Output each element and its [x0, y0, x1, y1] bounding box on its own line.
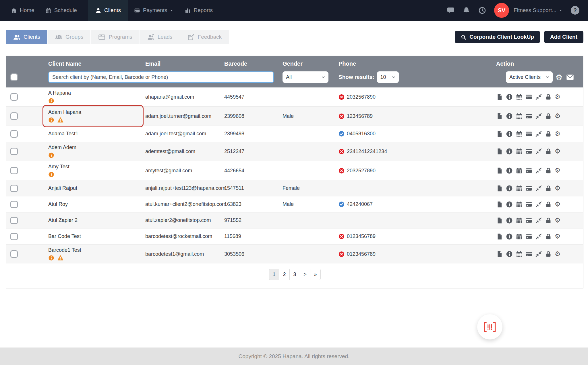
file-icon[interactable] [496, 201, 503, 208]
warning-icon[interactable] [57, 117, 63, 123]
pagination-next[interactable]: > [300, 269, 310, 280]
client-name[interactable]: Atul Zapier 2 [48, 217, 141, 223]
account-menu[interactable]: Fitness Support... [514, 7, 563, 13]
credit-card-icon[interactable] [525, 167, 532, 174]
calendar-icon[interactable] [516, 185, 523, 192]
tab-leads[interactable]: Leads [140, 30, 180, 44]
compress-icon[interactable] [535, 130, 542, 137]
gear-icon[interactable]: ⚙ [555, 148, 562, 155]
credit-card-icon[interactable] [525, 217, 532, 224]
tab-feedback[interactable]: Feedback [180, 30, 229, 44]
info-icon[interactable] [48, 171, 54, 177]
calendar-icon[interactable] [516, 217, 523, 224]
lock-icon[interactable] [545, 217, 552, 224]
info-circle-icon[interactable] [506, 217, 513, 224]
file-icon[interactable] [496, 93, 503, 100]
pagination-page-1[interactable]: 1 [269, 269, 279, 280]
info-circle-icon[interactable] [506, 251, 513, 257]
client-name[interactable]: Adam Hapana [48, 109, 141, 115]
gear-icon[interactable]: ⚙ [555, 130, 562, 137]
activity-clock-icon[interactable] [478, 7, 486, 14]
notifications-bell-icon[interactable] [463, 7, 470, 14]
file-icon[interactable] [496, 148, 503, 155]
email-envelope-icon[interactable] [566, 73, 574, 81]
calendar-icon[interactable] [516, 93, 523, 100]
gear-icon[interactable]: ⚙ [555, 233, 562, 240]
pagination-page-2[interactable]: 2 [279, 269, 290, 280]
compress-icon[interactable] [535, 233, 542, 240]
gear-icon[interactable]: ⚙ [555, 93, 562, 100]
calendar-icon[interactable] [516, 130, 523, 137]
compress-icon[interactable] [535, 185, 542, 192]
gear-icon[interactable]: ⚙ [555, 217, 562, 224]
messages-icon[interactable] [447, 7, 454, 14]
info-circle-icon[interactable] [506, 201, 513, 208]
avatar[interactable]: SV [494, 3, 509, 18]
info-circle-icon[interactable] [506, 233, 513, 240]
info-icon[interactable] [48, 255, 54, 261]
client-name[interactable]: Adama Test1 [48, 131, 141, 137]
gear-icon[interactable]: ⚙ [555, 251, 562, 257]
row-checkbox[interactable] [10, 217, 18, 224]
show-results-select[interactable]: 10 [377, 71, 399, 83]
credit-card-icon[interactable] [525, 148, 532, 155]
compress-icon[interactable] [535, 201, 542, 208]
barcode-scan-fab[interactable] [477, 314, 502, 339]
select-all-checkbox[interactable] [10, 73, 18, 81]
lock-icon[interactable] [545, 113, 552, 120]
credit-card-icon[interactable] [525, 113, 532, 120]
info-circle-icon[interactable] [506, 130, 513, 137]
info-circle-icon[interactable] [506, 93, 513, 100]
warning-icon[interactable] [57, 255, 63, 261]
corporate-client-lookup-button[interactable]: Corporate Client LookUp [455, 31, 540, 43]
search-input[interactable] [48, 71, 274, 83]
row-checkbox[interactable] [10, 130, 18, 138]
row-checkbox[interactable] [10, 93, 18, 101]
nav-item-clients[interactable]: Clients [88, 0, 128, 21]
info-icon[interactable] [48, 98, 54, 104]
lock-icon[interactable] [545, 185, 552, 192]
lock-icon[interactable] [545, 201, 552, 208]
tab-programs[interactable]: Programs [91, 30, 139, 44]
calendar-icon[interactable] [516, 251, 523, 257]
lock-icon[interactable] [545, 233, 552, 240]
credit-card-icon[interactable] [525, 130, 532, 137]
calendar-icon[interactable] [516, 148, 523, 155]
file-icon[interactable] [496, 130, 503, 137]
client-name[interactable]: Amy Test [48, 164, 141, 170]
compress-icon[interactable] [535, 251, 542, 257]
lock-icon[interactable] [545, 251, 552, 257]
file-icon[interactable] [496, 217, 503, 224]
calendar-icon[interactable] [516, 233, 523, 240]
compress-icon[interactable] [535, 148, 542, 155]
row-checkbox[interactable] [10, 185, 18, 192]
file-icon[interactable] [496, 167, 503, 174]
info-icon[interactable] [48, 117, 54, 123]
info-circle-icon[interactable] [506, 113, 513, 120]
client-status-select[interactable]: Active Clients [506, 71, 553, 83]
row-checkbox[interactable] [10, 167, 18, 174]
compress-icon[interactable] [535, 167, 542, 174]
info-circle-icon[interactable] [506, 185, 513, 192]
pagination-page-3[interactable]: 3 [289, 269, 300, 280]
lock-icon[interactable] [545, 93, 552, 100]
settings-gear-icon[interactable]: ⚙ [556, 73, 563, 81]
file-icon[interactable] [496, 185, 503, 192]
compress-icon[interactable] [535, 113, 542, 120]
client-name[interactable]: Atul Roy [48, 201, 141, 207]
row-checkbox[interactable] [10, 112, 18, 120]
gear-icon[interactable]: ⚙ [555, 185, 562, 192]
lock-icon[interactable] [545, 167, 552, 174]
credit-card-icon[interactable] [525, 185, 532, 192]
row-checkbox[interactable] [10, 201, 18, 208]
client-name[interactable]: Barcode1 Test [48, 247, 141, 253]
gear-icon[interactable]: ⚙ [555, 201, 562, 208]
row-checkbox[interactable] [10, 250, 18, 258]
client-name[interactable]: A Hapana [48, 90, 141, 96]
info-icon[interactable] [48, 152, 54, 158]
info-circle-icon[interactable] [506, 148, 513, 155]
pagination-last[interactable]: » [310, 269, 321, 280]
info-circle-icon[interactable] [506, 167, 513, 174]
tab-clients[interactable]: Clients [6, 30, 47, 44]
credit-card-icon[interactable] [525, 201, 532, 208]
